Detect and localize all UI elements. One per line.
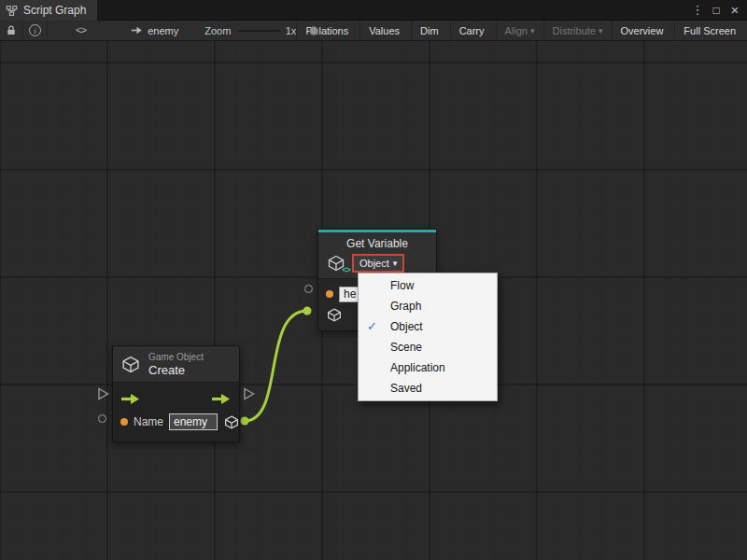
info-icon: i bbox=[29, 24, 41, 36]
edge-start-dot[interactable] bbox=[241, 417, 249, 426]
variable-cube-icon: <> bbox=[326, 254, 346, 273]
node-category: Game Object bbox=[148, 352, 204, 363]
left-input-port[interactable] bbox=[98, 414, 106, 423]
menu-item-label: Application bbox=[390, 361, 445, 374]
align-button[interactable]: Align▾ bbox=[496, 21, 543, 41]
script-graph-window: Script Graph ⋮ □ × i <> enemy Z bbox=[0, 0, 747, 560]
result-cube-icon[interactable] bbox=[223, 414, 240, 430]
menu-item-label: Scene bbox=[390, 341, 422, 354]
edge-end-dot[interactable] bbox=[303, 307, 312, 315]
menu-item-scene[interactable]: Scene bbox=[359, 337, 497, 357]
code-badge-icon: <> bbox=[342, 266, 350, 275]
name-port-label: Name bbox=[134, 415, 163, 428]
variable-scope-dropdown[interactable]: Object ▾ bbox=[352, 254, 404, 273]
script-graph-icon bbox=[6, 5, 18, 17]
name-input-port[interactable] bbox=[120, 418, 128, 426]
align-label: Align bbox=[505, 25, 528, 36]
carry-button[interactable]: Carry bbox=[450, 21, 496, 41]
zoom-slider-track bbox=[238, 30, 279, 32]
lock-button[interactable] bbox=[0, 21, 23, 41]
values-button[interactable]: Values bbox=[359, 21, 411, 41]
zoom-slider-thumb[interactable] bbox=[309, 26, 318, 35]
menu-item-label: Graph bbox=[390, 300, 421, 313]
connection-edge[interactable] bbox=[245, 311, 307, 421]
node-title: Create bbox=[148, 363, 204, 377]
relations-button[interactable]: Relations bbox=[296, 21, 359, 41]
flow-out-arrow-icon[interactable] bbox=[211, 393, 232, 405]
get-variable-header: Get Variable <> Object ▾ bbox=[318, 232, 436, 278]
code-icon: <> bbox=[76, 25, 86, 36]
flow-in-port[interactable] bbox=[97, 387, 109, 400]
zoom-label: Zoom bbox=[204, 25, 231, 36]
lock-icon bbox=[6, 24, 17, 36]
tab-script-graph[interactable]: Script Graph bbox=[0, 0, 97, 21]
graph-name: enemy bbox=[148, 25, 178, 36]
menu-item-saved[interactable]: Saved bbox=[359, 378, 497, 399]
menu-item-label: Saved bbox=[390, 382, 422, 395]
node-title: Get Variable bbox=[318, 236, 436, 252]
window-controls: ⋮ □ × bbox=[689, 0, 747, 20]
overview-button[interactable]: Overview bbox=[612, 21, 675, 41]
close-icon[interactable]: × bbox=[726, 2, 743, 19]
title-bar: Script Graph ⋮ □ × bbox=[0, 0, 747, 21]
menu-item-flow[interactable]: Flow bbox=[359, 275, 497, 296]
graph-asset-icon bbox=[131, 25, 143, 35]
create-node[interactable]: Game Object Create Name bbox=[112, 345, 240, 442]
dim-label: Dim bbox=[420, 25, 439, 36]
variable-kind-menu: Flow Graph ✓Object Scene Application Sav… bbox=[358, 273, 498, 401]
menu-item-application[interactable]: Application bbox=[359, 357, 497, 378]
dim-button[interactable]: Dim bbox=[411, 21, 450, 41]
distribute-button[interactable]: Distribute▾ bbox=[543, 21, 612, 41]
menu-item-object[interactable]: ✓Object bbox=[359, 316, 497, 337]
flow-out-port[interactable] bbox=[243, 387, 255, 400]
name-value-field[interactable] bbox=[169, 413, 218, 430]
menu-item-graph[interactable]: Graph bbox=[359, 296, 497, 316]
chevron-down-icon: ▾ bbox=[393, 259, 398, 268]
left-input-port[interactable] bbox=[304, 285, 313, 293]
zoom-slider[interactable] bbox=[238, 21, 279, 41]
zoom-value: 1x bbox=[286, 25, 297, 36]
align-caret-icon: ▾ bbox=[530, 26, 535, 35]
graph-canvas[interactable]: Get Variable <> Object ▾ bbox=[0, 41, 747, 560]
distribute-caret-icon: ▾ bbox=[599, 26, 603, 35]
carry-label: Carry bbox=[459, 25, 485, 36]
code-view-button[interactable]: <> bbox=[70, 21, 92, 41]
scope-value: Object bbox=[359, 258, 389, 269]
create-node-body: Name bbox=[113, 382, 239, 441]
tab-title: Script Graph bbox=[23, 4, 86, 17]
toolbar-button-group: Relations Values Dim Carry Align▾ Distri… bbox=[296, 21, 747, 41]
menu-item-label: Flow bbox=[390, 279, 414, 292]
distribute-label: Distribute bbox=[553, 25, 596, 36]
fullscreen-label: Full Screen bbox=[684, 25, 736, 36]
game-object-cube-icon bbox=[120, 355, 141, 374]
check-icon: ✓ bbox=[367, 319, 377, 333]
create-node-header: Game Object Create bbox=[113, 346, 239, 382]
values-label: Values bbox=[369, 25, 400, 36]
info-button[interactable]: i bbox=[23, 21, 48, 41]
maximize-icon[interactable]: □ bbox=[708, 2, 725, 19]
menu-item-label: Object bbox=[390, 320, 423, 333]
name-input-port[interactable] bbox=[326, 290, 333, 298]
graph-breadcrumb[interactable]: enemy bbox=[131, 25, 178, 36]
flow-in-arrow-icon[interactable] bbox=[120, 393, 141, 405]
value-output-cube-icon[interactable] bbox=[326, 307, 343, 323]
window-menu-icon[interactable]: ⋮ bbox=[689, 2, 706, 19]
overview-label: Overview bbox=[621, 25, 664, 36]
graph-toolbar: i <> enemy Zoom 1x Relations Values Dim … bbox=[0, 21, 747, 41]
fullscreen-button[interactable]: Full Screen bbox=[674, 21, 747, 41]
